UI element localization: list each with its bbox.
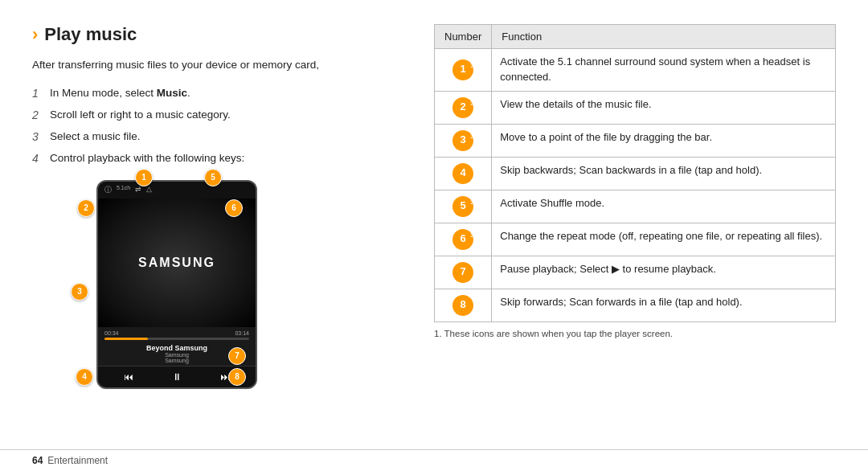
func-cell-2: View the details of the music file.: [492, 91, 836, 124]
title-text: Play music: [44, 24, 137, 45]
num-badge-3: 31: [452, 130, 473, 151]
footnote: 1. These icons are shown when you tap th…: [434, 329, 836, 338]
content-area: › Play music After transferring music fi…: [0, 0, 868, 449]
func-cell-7: Pause playback; Select ▶ to resume playb…: [492, 256, 836, 289]
func-cell-1: Activate the 5.1 channel surround sound …: [492, 49, 836, 92]
func-cell-6: Change the repeat mode (off, repeating o…: [492, 223, 836, 256]
chevron-icon: ›: [32, 24, 38, 45]
table-row: 11Activate the 5.1 channel surround soun…: [435, 49, 836, 92]
num-cell-2: 21: [435, 91, 492, 124]
intro-text: After transferring music files to your d…: [32, 56, 402, 74]
page-number: 64: [32, 455, 43, 466]
step-3: 3 Select a music file.: [32, 129, 402, 145]
total-time: 03:14: [235, 330, 249, 336]
callout-3: 3: [71, 283, 88, 301]
num-badge-1: 11: [452, 59, 473, 80]
elapsed-time: 00:34: [104, 330, 119, 336]
phone-top-bar: ⓘ 5.1ch ⇌ △: [98, 182, 256, 199]
phone-progress-bar: [104, 338, 249, 340]
phone-album-art: SAMSUNG: [98, 199, 256, 327]
num-badge-4: 4: [452, 163, 473, 184]
table-row: 61Change the repeat mode (off, repeating…: [435, 223, 836, 256]
table-row: 8Skip forwards; Scan forwards in a file …: [435, 289, 836, 322]
num-cell-8: 8: [435, 289, 492, 322]
num-badge-7: 7: [452, 262, 473, 283]
num-cell-5: 51: [435, 190, 492, 223]
table-row: 7Pause playback; Select ▶ to resume play…: [435, 256, 836, 289]
num-cell-6: 61: [435, 223, 492, 256]
table-row: 21View the details of the music file.: [435, 91, 836, 124]
func-cell-4: Skip backwards; Scan backwards in a file…: [492, 157, 836, 190]
callout-7: 7: [228, 347, 246, 365]
page-title: › Play music: [32, 24, 402, 45]
step-4: 4 Control playback with the following ke…: [32, 150, 402, 167]
function-table: Number Function 11Activate the 5.1 chann…: [434, 24, 836, 322]
num-cell-4: 4: [435, 157, 492, 190]
steps-list: 1 In Menu mode, select Music. 2 Scroll l…: [32, 85, 402, 167]
callout-2: 2: [77, 199, 95, 217]
prev-button[interactable]: ⏮: [124, 371, 133, 383]
right-column: Number Function 11Activate the 5.1 chann…: [434, 24, 836, 441]
page: › Play music After transferring music fi…: [0, 0, 868, 471]
phone-progress-fill: [104, 338, 148, 340]
col-function-header: Function: [492, 25, 836, 49]
callout-5: 5: [204, 169, 222, 186]
step-4-text: Control playback with the following keys…: [50, 150, 244, 166]
phone-time-row: 00:34 03:14: [104, 330, 249, 336]
num-cell-3: 31: [435, 124, 492, 157]
step-2-num: 2: [32, 107, 50, 124]
callout-4: 4: [76, 368, 93, 386]
left-column: › Play music After transferring music fi…: [32, 24, 402, 441]
col-number-header: Number: [435, 25, 492, 49]
num-badge-2: 21: [452, 97, 473, 118]
table-header-row: Number Function: [435, 25, 836, 49]
step-1-num: 1: [32, 85, 50, 102]
callout-1: 1: [135, 169, 153, 186]
func-cell-8: Skip forwards; Scan forwards in a file (…: [492, 289, 836, 322]
pause-button[interactable]: ⏸: [172, 371, 182, 383]
table-row: 31Move to a point of the file by draggin…: [435, 124, 836, 157]
func-cell-5: Activate Shuffle mode.: [492, 190, 836, 223]
func-cell-3: Move to a point of the file by dragging …: [492, 124, 836, 157]
step-2-text: Scroll left or right to a music category…: [50, 107, 231, 123]
step-4-num: 4: [32, 150, 50, 167]
table-row: 4Skip backwards; Scan backwards in a fil…: [435, 157, 836, 190]
num-badge-5: 51: [452, 196, 473, 217]
step-2: 2 Scroll left or right to a music catego…: [32, 107, 402, 124]
info-icon: ⓘ: [104, 185, 112, 195]
table-row: 51Activate Shuffle mode.: [435, 190, 836, 223]
triangle-icon: △: [146, 185, 152, 195]
num-badge-6: 61: [452, 229, 473, 250]
channel-label: 5.1ch: [117, 185, 130, 195]
step-3-text: Select a music file.: [50, 129, 141, 145]
phone-progress-area: 00:34 03:14: [98, 327, 256, 342]
callout-8: 8: [228, 368, 246, 386]
num-cell-1: 11: [435, 49, 492, 92]
step-1-text: In Menu mode, select Music.: [50, 85, 190, 101]
callout-6: 6: [225, 199, 243, 217]
footer-label: Entertainment: [47, 455, 108, 466]
footer: 64 Entertainment: [0, 449, 868, 471]
samsung-brand: SAMSUNG: [138, 256, 215, 270]
phone-wrapper: 1 5 2 6 3 7: [64, 180, 273, 389]
step-1: 1 In Menu mode, select Music.: [32, 85, 402, 102]
num-cell-7: 7: [435, 256, 492, 289]
step-3-num: 3: [32, 129, 50, 145]
num-badge-8: 8: [452, 295, 473, 316]
